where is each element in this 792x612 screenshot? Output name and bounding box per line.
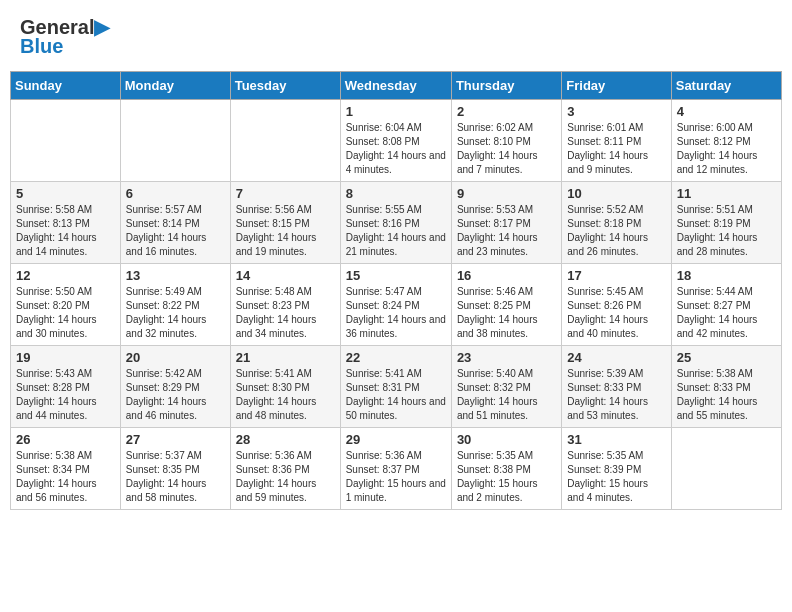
day-number: 13 — [126, 268, 225, 283]
day-number: 27 — [126, 432, 225, 447]
day-number: 10 — [567, 186, 665, 201]
day-number: 18 — [677, 268, 776, 283]
calendar-cell: 28Sunrise: 5:36 AMSunset: 8:36 PMDayligh… — [230, 428, 340, 510]
day-info: Sunrise: 6:02 AMSunset: 8:10 PMDaylight:… — [457, 121, 556, 177]
weekday-header-friday: Friday — [562, 72, 671, 100]
calendar-cell: 27Sunrise: 5:37 AMSunset: 8:35 PMDayligh… — [120, 428, 230, 510]
day-info: Sunrise: 5:46 AMSunset: 8:25 PMDaylight:… — [457, 285, 556, 341]
calendar-cell: 22Sunrise: 5:41 AMSunset: 8:31 PMDayligh… — [340, 346, 451, 428]
day-number: 22 — [346, 350, 446, 365]
calendar-cell — [230, 100, 340, 182]
logo: General▶ Blue — [20, 15, 109, 58]
day-info: Sunrise: 5:38 AMSunset: 8:34 PMDaylight:… — [16, 449, 115, 505]
day-info: Sunrise: 6:04 AMSunset: 8:08 PMDaylight:… — [346, 121, 446, 177]
day-number: 12 — [16, 268, 115, 283]
day-number: 26 — [16, 432, 115, 447]
calendar-cell: 13Sunrise: 5:49 AMSunset: 8:22 PMDayligh… — [120, 264, 230, 346]
day-number: 24 — [567, 350, 665, 365]
calendar-header-row: SundayMondayTuesdayWednesdayThursdayFrid… — [11, 72, 782, 100]
calendar-cell: 3Sunrise: 6:01 AMSunset: 8:11 PMDaylight… — [562, 100, 671, 182]
calendar-cell: 5Sunrise: 5:58 AMSunset: 8:13 PMDaylight… — [11, 182, 121, 264]
day-info: Sunrise: 5:51 AMSunset: 8:19 PMDaylight:… — [677, 203, 776, 259]
calendar-cell — [671, 428, 781, 510]
calendar-cell: 29Sunrise: 5:36 AMSunset: 8:37 PMDayligh… — [340, 428, 451, 510]
day-info: Sunrise: 5:39 AMSunset: 8:33 PMDaylight:… — [567, 367, 665, 423]
calendar-cell: 9Sunrise: 5:53 AMSunset: 8:17 PMDaylight… — [451, 182, 561, 264]
day-info: Sunrise: 5:57 AMSunset: 8:14 PMDaylight:… — [126, 203, 225, 259]
day-info: Sunrise: 5:38 AMSunset: 8:33 PMDaylight:… — [677, 367, 776, 423]
calendar-cell: 4Sunrise: 6:00 AMSunset: 8:12 PMDaylight… — [671, 100, 781, 182]
day-number: 11 — [677, 186, 776, 201]
day-number: 7 — [236, 186, 335, 201]
day-number: 4 — [677, 104, 776, 119]
calendar-cell — [11, 100, 121, 182]
day-info: Sunrise: 6:01 AMSunset: 8:11 PMDaylight:… — [567, 121, 665, 177]
calendar-cell: 26Sunrise: 5:38 AMSunset: 8:34 PMDayligh… — [11, 428, 121, 510]
calendar-cell: 14Sunrise: 5:48 AMSunset: 8:23 PMDayligh… — [230, 264, 340, 346]
weekday-header-tuesday: Tuesday — [230, 72, 340, 100]
calendar-week-1: 1Sunrise: 6:04 AMSunset: 8:08 PMDaylight… — [11, 100, 782, 182]
day-number: 8 — [346, 186, 446, 201]
day-number: 5 — [16, 186, 115, 201]
calendar-cell: 20Sunrise: 5:42 AMSunset: 8:29 PMDayligh… — [120, 346, 230, 428]
calendar-cell: 10Sunrise: 5:52 AMSunset: 8:18 PMDayligh… — [562, 182, 671, 264]
day-info: Sunrise: 5:35 AMSunset: 8:38 PMDaylight:… — [457, 449, 556, 505]
day-info: Sunrise: 5:53 AMSunset: 8:17 PMDaylight:… — [457, 203, 556, 259]
calendar-cell: 23Sunrise: 5:40 AMSunset: 8:32 PMDayligh… — [451, 346, 561, 428]
day-info: Sunrise: 5:50 AMSunset: 8:20 PMDaylight:… — [16, 285, 115, 341]
day-number: 29 — [346, 432, 446, 447]
day-number: 9 — [457, 186, 556, 201]
calendar-cell: 8Sunrise: 5:55 AMSunset: 8:16 PMDaylight… — [340, 182, 451, 264]
weekday-header-thursday: Thursday — [451, 72, 561, 100]
weekday-header-saturday: Saturday — [671, 72, 781, 100]
calendar-cell — [120, 100, 230, 182]
day-number: 21 — [236, 350, 335, 365]
day-number: 3 — [567, 104, 665, 119]
day-info: Sunrise: 5:35 AMSunset: 8:39 PMDaylight:… — [567, 449, 665, 505]
day-info: Sunrise: 5:44 AMSunset: 8:27 PMDaylight:… — [677, 285, 776, 341]
weekday-header-monday: Monday — [120, 72, 230, 100]
calendar-week-4: 19Sunrise: 5:43 AMSunset: 8:28 PMDayligh… — [11, 346, 782, 428]
weekday-header-sunday: Sunday — [11, 72, 121, 100]
day-number: 23 — [457, 350, 556, 365]
weekday-header-wednesday: Wednesday — [340, 72, 451, 100]
calendar-cell: 2Sunrise: 6:02 AMSunset: 8:10 PMDaylight… — [451, 100, 561, 182]
day-info: Sunrise: 5:58 AMSunset: 8:13 PMDaylight:… — [16, 203, 115, 259]
calendar-cell: 18Sunrise: 5:44 AMSunset: 8:27 PMDayligh… — [671, 264, 781, 346]
day-number: 16 — [457, 268, 556, 283]
calendar-table: SundayMondayTuesdayWednesdayThursdayFrid… — [10, 71, 782, 510]
day-number: 19 — [16, 350, 115, 365]
calendar-cell: 25Sunrise: 5:38 AMSunset: 8:33 PMDayligh… — [671, 346, 781, 428]
calendar-cell: 17Sunrise: 5:45 AMSunset: 8:26 PMDayligh… — [562, 264, 671, 346]
day-info: Sunrise: 5:56 AMSunset: 8:15 PMDaylight:… — [236, 203, 335, 259]
day-info: Sunrise: 5:37 AMSunset: 8:35 PMDaylight:… — [126, 449, 225, 505]
day-info: Sunrise: 5:49 AMSunset: 8:22 PMDaylight:… — [126, 285, 225, 341]
day-number: 15 — [346, 268, 446, 283]
calendar-cell: 30Sunrise: 5:35 AMSunset: 8:38 PMDayligh… — [451, 428, 561, 510]
calendar-week-5: 26Sunrise: 5:38 AMSunset: 8:34 PMDayligh… — [11, 428, 782, 510]
page-header: General▶ Blue — [10, 10, 782, 63]
day-info: Sunrise: 5:41 AMSunset: 8:30 PMDaylight:… — [236, 367, 335, 423]
calendar-cell: 16Sunrise: 5:46 AMSunset: 8:25 PMDayligh… — [451, 264, 561, 346]
calendar-cell: 21Sunrise: 5:41 AMSunset: 8:30 PMDayligh… — [230, 346, 340, 428]
calendar-week-2: 5Sunrise: 5:58 AMSunset: 8:13 PMDaylight… — [11, 182, 782, 264]
day-number: 20 — [126, 350, 225, 365]
day-info: Sunrise: 5:42 AMSunset: 8:29 PMDaylight:… — [126, 367, 225, 423]
logo-subtext: Blue — [20, 35, 63, 58]
day-info: Sunrise: 5:47 AMSunset: 8:24 PMDaylight:… — [346, 285, 446, 341]
calendar-cell: 6Sunrise: 5:57 AMSunset: 8:14 PMDaylight… — [120, 182, 230, 264]
day-info: Sunrise: 5:40 AMSunset: 8:32 PMDaylight:… — [457, 367, 556, 423]
day-info: Sunrise: 5:45 AMSunset: 8:26 PMDaylight:… — [567, 285, 665, 341]
day-info: Sunrise: 5:36 AMSunset: 8:37 PMDaylight:… — [346, 449, 446, 505]
day-info: Sunrise: 5:48 AMSunset: 8:23 PMDaylight:… — [236, 285, 335, 341]
day-number: 30 — [457, 432, 556, 447]
day-number: 25 — [677, 350, 776, 365]
calendar-cell: 1Sunrise: 6:04 AMSunset: 8:08 PMDaylight… — [340, 100, 451, 182]
day-number: 28 — [236, 432, 335, 447]
calendar-cell: 24Sunrise: 5:39 AMSunset: 8:33 PMDayligh… — [562, 346, 671, 428]
day-number: 31 — [567, 432, 665, 447]
day-info: Sunrise: 5:55 AMSunset: 8:16 PMDaylight:… — [346, 203, 446, 259]
day-number: 14 — [236, 268, 335, 283]
day-number: 6 — [126, 186, 225, 201]
calendar-cell: 7Sunrise: 5:56 AMSunset: 8:15 PMDaylight… — [230, 182, 340, 264]
